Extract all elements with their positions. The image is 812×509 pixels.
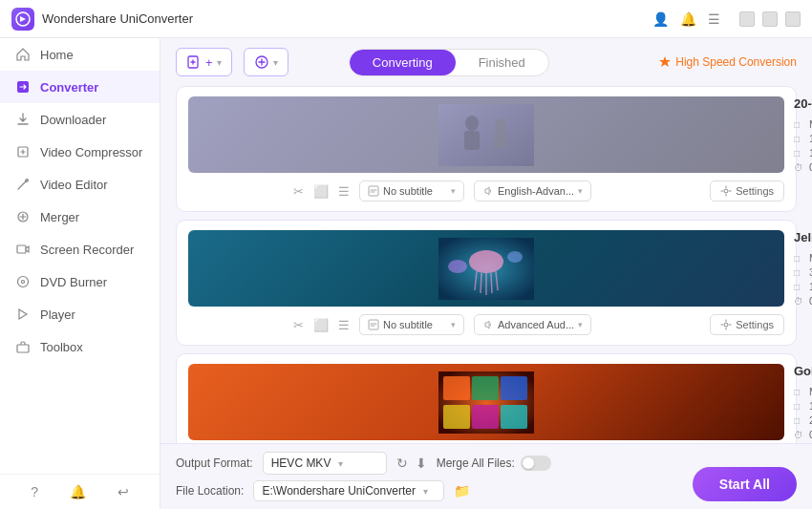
user-icon[interactable]: 👤	[652, 11, 669, 27]
file-card-1-top: 20-Wonder Girls - Like This (2) ✏ □ MP4	[188, 96, 784, 173]
sidebar-item-video-editor[interactable]: Video Editor	[0, 168, 160, 201]
feedback-icon[interactable]: ↩	[118, 484, 129, 499]
start-all-button[interactable]: Start All	[693, 467, 797, 501]
svg-point-15	[495, 118, 506, 132]
sidebar: Home Converter Downloader Video Compress…	[0, 38, 160, 509]
add-files-button[interactable]: + ▾	[176, 48, 232, 76]
output-format-label: Output Format:	[176, 456, 253, 470]
output-format-select[interactable]: HEVC MKV ▾	[263, 452, 387, 475]
sidebar-label-recorder: Screen Recorder	[40, 243, 134, 257]
sidebar-item-merger[interactable]: Merger	[0, 201, 160, 233]
maximize-button[interactable]: □	[762, 11, 778, 27]
src-format-row-1: □ MP4	[794, 118, 812, 130]
file-info-1: 20-Wonder Girls - Like This (2) ✏ □ MP4	[794, 96, 812, 173]
bottom-left: Output Format: HEVC MKV ▾ ↻ ⬇ Merge All …	[176, 452, 683, 501]
svg-rect-34	[443, 376, 470, 400]
src-format-icon-2: □	[794, 253, 805, 264]
file-name-1: 20-Wonder Girls - Like This (2) ✏	[794, 96, 812, 111]
file-name-2: Jellies ✏	[794, 230, 812, 244]
svg-rect-5	[17, 245, 26, 253]
svg-rect-37	[443, 405, 470, 429]
app-title: Wondershare UniConverter	[42, 11, 193, 26]
subtitle-select-2[interactable]: No subtitle ▾	[359, 314, 464, 335]
download-icon[interactable]: ⬇	[416, 456, 427, 471]
thumbnail-3	[188, 364, 784, 440]
add-files-chevron: ▾	[217, 57, 222, 68]
cut-icon-2[interactable]: ✂	[293, 318, 304, 332]
src-dur-row-1: ⏱ 00:00	[794, 161, 812, 173]
file-location-path[interactable]: E:\Wondershare UniConverter ▾	[253, 480, 444, 501]
src-res-row-1: □ 1920*1080	[794, 133, 812, 144]
file-meta-3: □ MP4 □ 1920*1080 □ 205.71 MB	[794, 386, 812, 440]
title-bar-controls: 👤 🔔 ☰ ─ □ ✕	[652, 11, 801, 27]
sidebar-item-toolbox[interactable]: Toolbox	[0, 330, 160, 363]
editor-icon	[15, 177, 31, 192]
audio-select-2[interactable]: Advanced Aud... ▾	[474, 314, 591, 335]
svg-rect-35	[472, 376, 499, 400]
svg-line-24	[481, 273, 481, 293]
svg-rect-18	[369, 186, 378, 196]
thumbnail-1	[188, 96, 784, 173]
file-info-2: Jellies ✏ □ MP4 □ 320*	[794, 230, 812, 307]
format-icons: ↻ ⬇	[396, 456, 427, 471]
dvd-icon	[15, 274, 31, 289]
svg-point-28	[448, 260, 467, 273]
folder-open-icon[interactable]: 📁	[454, 483, 470, 498]
sidebar-label-downloader: Downloader	[40, 113, 106, 127]
speed-label: High Speed Conversion	[675, 55, 797, 69]
crop-icon-2[interactable]: ⬜	[313, 318, 329, 332]
svg-rect-36	[501, 376, 527, 400]
svg-rect-12	[438, 104, 534, 166]
minimize-button[interactable]: ─	[739, 11, 755, 27]
sub-controls-1: ✂ ⬜ ☰ No subtitle ▾ English-Advan... ▾	[293, 180, 784, 201]
src-meta-2: □ MP4 □ 320*176 □ 1.61 MB	[794, 252, 812, 307]
menu-icon[interactable]: ☰	[708, 11, 720, 27]
sidebar-label-editor: Video Editor	[40, 178, 108, 192]
home-icon	[15, 47, 31, 62]
merger-icon	[15, 209, 31, 224]
more-icon-1[interactable]: ☰	[338, 184, 350, 199]
crop-icon-1[interactable]: ⬜	[313, 184, 329, 199]
merge-toggle: Merge All Files:	[437, 456, 551, 471]
bell-icon[interactable]: 🔔	[680, 11, 696, 27]
settings-button-2[interactable]: Settings	[710, 314, 784, 335]
cut-icon-1[interactable]: ✂	[293, 184, 304, 199]
help-icon[interactable]: ?	[31, 484, 38, 499]
window-controls: ─ □ ✕	[739, 11, 801, 27]
sub-controls-2: ✂ ⬜ ☰ No subtitle ▾ Advanced Aud... ▾	[293, 314, 784, 335]
file-card-2-top: Jellies ✏ □ MP4 □ 320*	[188, 230, 784, 307]
add-folder-button[interactable]: ▾	[244, 48, 288, 76]
more-icon-2[interactable]: ☰	[338, 318, 350, 332]
content-area: + ▾ ▾ Converting Finished High Speed Con…	[160, 38, 812, 509]
sidebar-item-home[interactable]: Home	[0, 38, 160, 71]
audio-select-1[interactable]: English-Advan... ▾	[474, 180, 591, 201]
svg-rect-31	[369, 320, 378, 329]
sidebar-item-downloader[interactable]: Downloader	[0, 103, 160, 136]
merge-label: Merge All Files:	[437, 456, 515, 470]
speed-badge: High Speed Conversion	[658, 55, 797, 69]
subtitle-select-1[interactable]: No subtitle ▾	[359, 180, 464, 201]
sidebar-item-converter[interactable]: Converter	[0, 71, 160, 103]
toggle-knob	[523, 457, 534, 469]
close-button[interactable]: ✕	[785, 11, 801, 27]
svg-point-7	[22, 281, 25, 284]
file-location-row: File Location: E:\Wondershare UniConvert…	[176, 480, 683, 501]
tab-finished[interactable]: Finished	[456, 50, 548, 75]
sidebar-item-player[interactable]: Player	[0, 298, 160, 330]
sidebar-item-screen-recorder[interactable]: Screen Recorder	[0, 233, 160, 265]
toolbar: + ▾ ▾ Converting Finished High Speed Con…	[160, 38, 812, 86]
tab-group: Converting Finished	[349, 49, 549, 76]
sidebar-label-toolbox: Toolbox	[40, 340, 83, 354]
sidebar-item-dvd-burner[interactable]: DVD Burner	[0, 265, 160, 298]
svg-rect-39	[501, 405, 527, 429]
notification-icon[interactable]: 🔔	[70, 484, 86, 499]
refresh-icon[interactable]: ↻	[396, 456, 408, 471]
svg-point-13	[465, 116, 479, 131]
sidebar-label-dvd: DVD Burner	[40, 275, 107, 289]
svg-point-6	[18, 277, 29, 287]
settings-button-1[interactable]: Settings	[710, 180, 784, 201]
merge-switch[interactable]	[521, 456, 551, 471]
svg-line-26	[491, 273, 492, 293]
sidebar-item-video-compressor[interactable]: Video Compressor	[0, 136, 160, 168]
tab-converting[interactable]: Converting	[350, 50, 456, 75]
